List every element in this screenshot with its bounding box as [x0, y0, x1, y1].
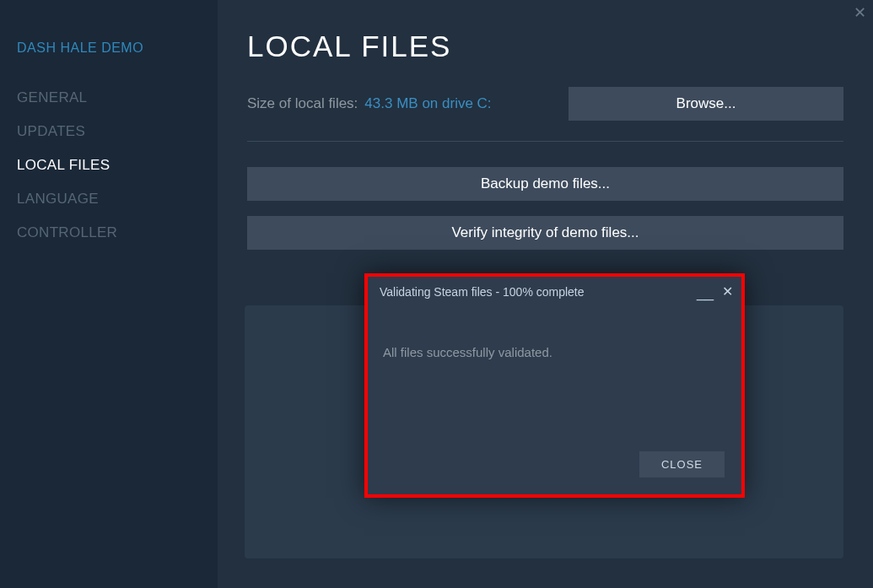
dialog-title: Validating Steam files - 100% complete: [380, 285, 585, 299]
dialog-footer: CLOSE: [368, 451, 741, 494]
backup-button[interactable]: Backup demo files...: [247, 167, 843, 201]
sidebar: DASH HALE DEMO GENERAL UPDATES LOCAL FIL…: [0, 0, 218, 588]
dialog-titlebar: Validating Steam files - 100% complete _…: [368, 277, 741, 299]
sidebar-item-updates[interactable]: UPDATES: [17, 115, 201, 148]
page-title: LOCAL FILES: [247, 30, 843, 63]
sidebar-item-controller[interactable]: CONTROLLER: [17, 216, 201, 250]
size-info: Size of local files: 43.3 MB on drive C:: [247, 95, 492, 112]
size-value: 43.3 MB on drive C:: [364, 95, 491, 112]
size-row: Size of local files: 43.3 MB on drive C:…: [247, 87, 843, 142]
size-label: Size of local files:: [247, 95, 358, 112]
sidebar-item-local-files[interactable]: LOCAL FILES: [17, 148, 201, 182]
validation-dialog: Validating Steam files - 100% complete _…: [364, 273, 745, 498]
sidebar-item-language[interactable]: LANGUAGE: [17, 182, 201, 216]
sidebar-item-general[interactable]: GENERAL: [17, 81, 201, 115]
dialog-message: All files successfully validated.: [383, 345, 726, 359]
dialog-body: All files successfully validated.: [368, 299, 741, 451]
verify-button[interactable]: Verify integrity of demo files...: [247, 216, 843, 250]
minimize-icon[interactable]: __: [697, 288, 714, 296]
close-icon[interactable]: ✕: [722, 286, 733, 298]
window-close-icon[interactable]: ✕: [854, 3, 866, 22]
sidebar-title: DASH HALE DEMO: [17, 40, 201, 56]
browse-button[interactable]: Browse...: [569, 87, 843, 121]
dialog-window-controls: __ ✕: [697, 286, 733, 298]
dialog-close-button[interactable]: CLOSE: [639, 451, 725, 477]
